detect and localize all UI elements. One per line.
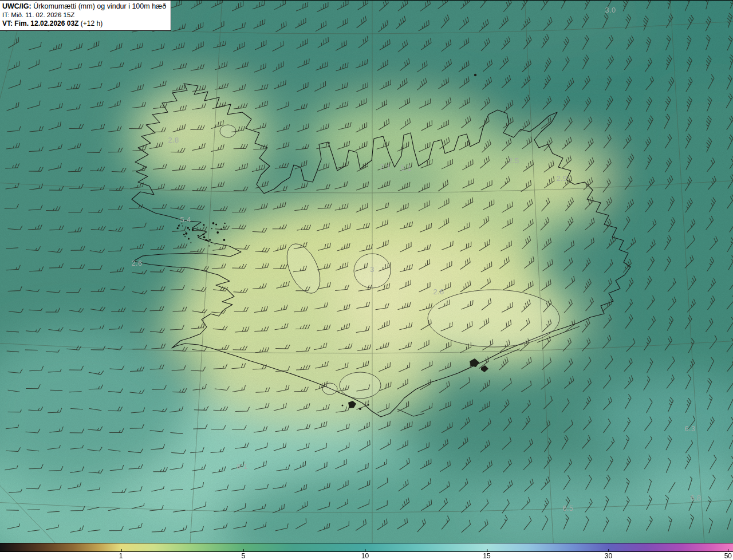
init-label: IT: <box>2 11 9 18</box>
product-title-line: UWC/IG: Úrkomumætti (mm) og vindur i 100… <box>2 2 166 11</box>
precipitation-field-svg <box>0 1 733 543</box>
colorbar-gradient <box>0 543 733 552</box>
init-time: Mið. 11. 02. 2026 15Z <box>11 11 74 18</box>
colorbar-tick-label: 50 <box>724 552 732 560</box>
colorbar-tick-label: 1 <box>119 552 123 560</box>
colorbar-tick-label: 30 <box>605 552 612 560</box>
init-time-line: IT: Mið. 11. 02. 2026 15Z <box>2 11 166 19</box>
colorbar-tick-label: 10 <box>361 552 369 560</box>
valid-label: VT: <box>2 19 13 27</box>
title-box: UWC/IG: Úrkomumætti (mm) og vindur i 100… <box>0 1 171 31</box>
colorbar-tick-label: 5 <box>242 552 246 560</box>
map-area: 3.02.82.15.12.52.95.42.632.68.16.36.56.8… <box>0 0 733 543</box>
colorbar-ticks: 1510153050 <box>0 552 733 560</box>
colorbar: 1510153050 <box>0 543 733 560</box>
colorbar-tick-label: 15 <box>483 552 490 560</box>
valid-time: Fim. 12.02.2026 03Z <box>14 19 78 27</box>
valid-time-line: VT: Fim. 12.02.2026 03Z (+12 h) <box>2 19 166 29</box>
weather-map-screenshot: 3.02.82.15.12.52.95.42.632.68.16.36.56.8… <box>0 0 733 560</box>
product-title: Úrkomumætti (mm) og vindur i 100m hæð <box>33 2 166 10</box>
valid-offset: (+12 h) <box>81 19 103 27</box>
product-label: UWC/IG: <box>2 2 31 10</box>
